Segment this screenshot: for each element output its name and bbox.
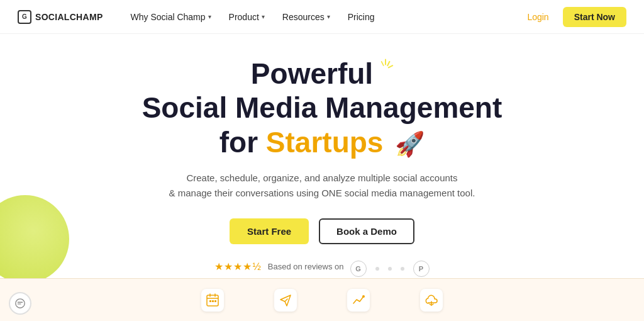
login-button[interactable]: Login	[521, 8, 555, 26]
cloud-icon	[420, 289, 443, 312]
svg-point-12	[362, 295, 365, 298]
nav-item-why[interactable]: Why Social Champ ▾	[123, 8, 219, 26]
feature-item-cloud	[420, 289, 443, 312]
svg-line-1	[387, 62, 389, 65]
chevron-down-icon: ▾	[262, 13, 265, 20]
navbar: G SOCIALCHAMP Why Social Champ ▾ Product…	[0, 0, 644, 34]
spark-icon	[375, 52, 396, 86]
start-now-button[interactable]: Start Now	[563, 7, 626, 27]
star-rating: ★★★★½	[214, 261, 261, 273]
chevron-down-icon: ▾	[327, 13, 330, 20]
review-logo-dot2	[388, 267, 392, 271]
svg-point-14	[16, 299, 25, 308]
review-logo-dot3	[401, 267, 404, 271]
hero-line3: for Startups 🚀	[142, 125, 502, 159]
svg-line-11	[285, 299, 287, 301]
hero-buttons: Start Free Book a Demo	[230, 218, 414, 244]
logo[interactable]: G SOCIALCHAMP	[18, 10, 103, 24]
feature-item-schedule	[201, 289, 224, 312]
chevron-down-icon: ▾	[208, 13, 211, 20]
review-logo-p: P	[413, 261, 430, 277]
start-free-button[interactable]: Start Free	[230, 218, 309, 244]
feature-item-analytics	[347, 289, 370, 312]
reviews-row: ★★★★½ Based on reviews on G P	[214, 257, 429, 277]
book-demo-button[interactable]: Book a Demo	[319, 218, 414, 244]
nav-item-product[interactable]: Product ▾	[221, 8, 272, 26]
review-logo-g: G	[350, 261, 367, 277]
hero-title: Powerful Social Media Management for Sta…	[142, 57, 502, 159]
feature-item-send	[274, 289, 297, 312]
features-bar	[0, 278, 644, 321]
hero-subtitle: Create, schedule, organize, and analyze …	[169, 171, 475, 201]
hero-line1: Powerful	[142, 57, 502, 91]
nav-right: Login Start Now	[521, 7, 626, 27]
send-icon	[274, 289, 297, 312]
hero-section: Powerful Social Media Management for Sta…	[0, 34, 644, 277]
logo-icon: G	[18, 10, 31, 24]
nav-item-pricing[interactable]: Pricing	[340, 8, 382, 26]
hero-line2: Social Media Management	[142, 91, 502, 125]
svg-rect-10	[214, 300, 216, 302]
schedule-icon	[201, 289, 224, 312]
analytics-icon	[347, 289, 370, 312]
svg-rect-9	[212, 300, 214, 302]
svg-rect-8	[209, 300, 211, 302]
chat-fab-button[interactable]	[9, 292, 31, 315]
nav-item-resources[interactable]: Resources ▾	[275, 8, 338, 26]
reviews-text: Based on reviews on	[268, 262, 344, 271]
svg-line-2	[389, 65, 392, 67]
review-logos: G P	[350, 261, 430, 277]
rocket-icon: 🚀	[395, 131, 425, 157]
review-logo-dot1	[375, 267, 379, 271]
svg-line-3	[382, 62, 384, 65]
logo-text: SOCIALCHAMP	[35, 12, 103, 22]
nav-links: Why Social Champ ▾ Product ▾ Resources ▾…	[123, 8, 521, 26]
